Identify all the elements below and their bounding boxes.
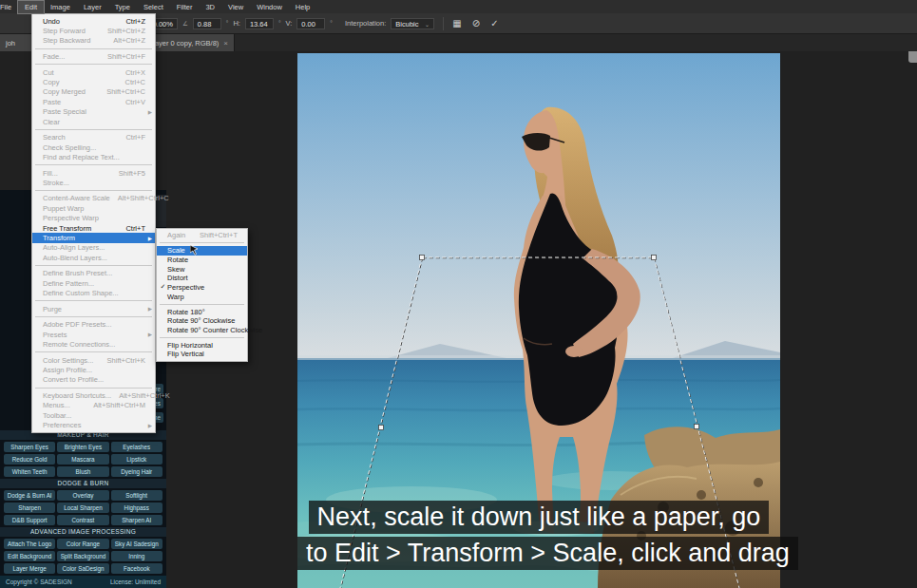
submenu-item[interactable]: ✓ Perspective	[157, 283, 247, 293]
menu-item[interactable]: Assign Profile...	[32, 365, 155, 374]
menubar-item[interactable]: Edit	[18, 1, 44, 13]
submenu-item[interactable]: Distort	[157, 274, 247, 283]
panel-button[interactable]: Local Sharpen	[57, 503, 108, 513]
menu-item[interactable]: Fade... Shift+Ctrl+F	[32, 51, 155, 61]
panel-button[interactable]: Facebook	[111, 563, 162, 574]
menu-item[interactable]: Content-Aware Scale Alt+Shift+Ctrl+C	[32, 194, 155, 203]
panel-button[interactable]: Sky AI Sadesign	[111, 539, 162, 549]
panel-button[interactable]: Split Background	[57, 551, 108, 561]
interpolation-select[interactable]: Bicubic ⌄	[391, 18, 434, 29]
menu-item[interactable]	[35, 64, 152, 65]
menu-item[interactable]	[35, 129, 152, 130]
menu-item[interactable]: Auto-Blend Layers...	[32, 253, 155, 262]
submenu-item[interactable]: Rotate 180°	[157, 307, 247, 316]
hskew-input[interactable]: 13.64	[245, 18, 274, 29]
menu-item[interactable]: Transform ▶	[32, 233, 155, 242]
menu-item[interactable]: Presets ▶	[32, 330, 155, 339]
menu-item[interactable]: Paste Ctrl+V	[32, 97, 155, 106]
panel-button[interactable]: Lipstick	[111, 454, 162, 465]
panel-button[interactable]: Layer Merge	[4, 563, 55, 574]
menubar-item[interactable]: Type	[108, 1, 137, 13]
panel-button[interactable]: Mascara	[57, 454, 108, 465]
menu-item[interactable]: Color Settings... Shift+Ctrl+K	[32, 355, 155, 365]
menu-item[interactable]: Cut Ctrl+X	[32, 67, 155, 77]
menu-item[interactable]: Remote Connections...	[32, 339, 155, 349]
menu-item[interactable]: Purge ▶	[32, 304, 155, 313]
menu-item[interactable]: Step Forward Shift+Ctrl+Z	[32, 26, 155, 35]
menu-item[interactable]	[35, 190, 152, 191]
close-tab-icon[interactable]: ×	[223, 39, 228, 47]
menu-item[interactable]: Find and Replace Text...	[32, 152, 155, 161]
menu-item[interactable]: Undo Ctrl+Z	[32, 16, 155, 26]
panel-button[interactable]: Edit Background	[4, 551, 55, 561]
menu-item[interactable]	[35, 388, 152, 389]
panel-button[interactable]: Brighten Eyes	[57, 442, 108, 452]
panel-button[interactable]: D&B Support	[4, 515, 55, 525]
menubar-item[interactable]: 3D	[199, 1, 221, 13]
panel-button[interactable]: Softlight	[111, 490, 162, 501]
menu-item[interactable]: Preferences ▶	[32, 421, 155, 430]
submenu-item[interactable]: Flip Horizontal	[157, 340, 247, 350]
panel-button[interactable]: Sharpen	[4, 503, 55, 513]
panel-button[interactable]: Inning	[111, 551, 162, 561]
menu-item[interactable]: Perspective Warp	[32, 214, 155, 223]
cancel-transform-button[interactable]: ⊘	[472, 19, 480, 28]
menu-item[interactable]: Keyboard Shortcuts... Alt+Shift+Ctrl+K	[32, 390, 155, 400]
menu-item[interactable]: Define Custom Shape...	[32, 289, 155, 298]
menu-item[interactable]	[35, 316, 152, 317]
panel-button[interactable]: Sharpen Eyes	[4, 442, 55, 452]
panel-button[interactable]: Sharpen AI	[111, 515, 162, 525]
submenu-item[interactable]: Rotate 90° Clockwise	[157, 316, 247, 326]
panel-button[interactable]: Eyelashes	[111, 442, 162, 452]
menu-item[interactable]: Copy Ctrl+C	[32, 77, 155, 86]
menu-item[interactable]: Step Backward Alt+Ctrl+Z	[32, 36, 155, 46]
submenu-item[interactable]: Warp	[157, 292, 247, 301]
menu-item[interactable]	[35, 351, 152, 352]
menubar-item[interactable]: Window	[250, 1, 289, 13]
panel-button[interactable]: Overlay	[57, 490, 108, 501]
menu-item[interactable]	[35, 265, 152, 266]
menubar-item[interactable]: Layer	[77, 1, 108, 13]
submenu-item[interactable]: Rotate	[157, 256, 247, 265]
menu-item[interactable]: Convert to Profile...	[32, 375, 155, 385]
menubar-item[interactable]: Help	[289, 1, 316, 13]
submenu-item[interactable]: Again Shift+Ctrl+T	[157, 231, 247, 240]
menu-item[interactable]	[35, 164, 152, 165]
submenu-item[interactable]: Skew	[157, 264, 247, 274]
menu-item[interactable]: Adobe PDF Presets...	[32, 320, 155, 330]
menubar-item[interactable]: File	[0, 1, 18, 13]
menu-item[interactable]: Search Ctrl+F	[32, 132, 155, 142]
menu-item[interactable]	[35, 300, 152, 301]
menu-item[interactable]: Define Brush Preset...	[32, 269, 155, 278]
submenu-item[interactable]: Rotate 90° Counter Clockwise	[157, 326, 247, 335]
menu-item[interactable]: Free Transform Ctrl+T	[32, 223, 155, 233]
panel-button[interactable]: Contrast	[57, 515, 108, 525]
commit-transform-button[interactable]: ✓	[490, 19, 498, 28]
menu-item[interactable]: Menus... Alt+Shift+Ctrl+M	[32, 401, 155, 410]
menu-item[interactable]: Fill... Shift+F5	[32, 168, 155, 178]
menubar-item[interactable]: Filter	[170, 1, 200, 13]
menu-item[interactable]: Auto-Align Layers...	[32, 243, 155, 253]
submenu-item[interactable]: Scale	[157, 246, 247, 256]
panel-button[interactable]: Highpass	[111, 503, 162, 513]
submenu-item[interactable]	[160, 304, 244, 305]
panel-button[interactable]: Dyeing Hair	[111, 466, 162, 477]
panel-button[interactable]: Reduce Gold	[4, 454, 55, 465]
warp-mode-toggle-icon[interactable]: ▦	[452, 19, 461, 28]
panel-button[interactable]: Attach The Logo	[4, 539, 55, 549]
menu-item[interactable]	[35, 48, 152, 49]
panel-button[interactable]: Blush	[57, 466, 108, 477]
menu-item[interactable]: Clear	[32, 117, 155, 126]
panel-button[interactable]: Dodge & Burn AI	[4, 490, 55, 501]
menubar-item[interactable]: View	[221, 1, 250, 13]
panel-button[interactable]: Color Range	[57, 539, 108, 549]
submenu-item[interactable]	[160, 337, 244, 338]
menu-item[interactable]: Stroke...	[32, 178, 155, 187]
menu-item[interactable]: Toolbar...	[32, 410, 155, 420]
menubar-item[interactable]: Image	[44, 1, 77, 13]
submenu-item[interactable]	[160, 242, 244, 243]
panel-button[interactable]: Color SaDesign	[57, 563, 108, 574]
menu-item[interactable]: Paste Special ▶	[32, 107, 155, 117]
menu-item[interactable]: Puppet Warp	[32, 203, 155, 213]
vskew-input[interactable]: 0.00	[296, 18, 325, 29]
